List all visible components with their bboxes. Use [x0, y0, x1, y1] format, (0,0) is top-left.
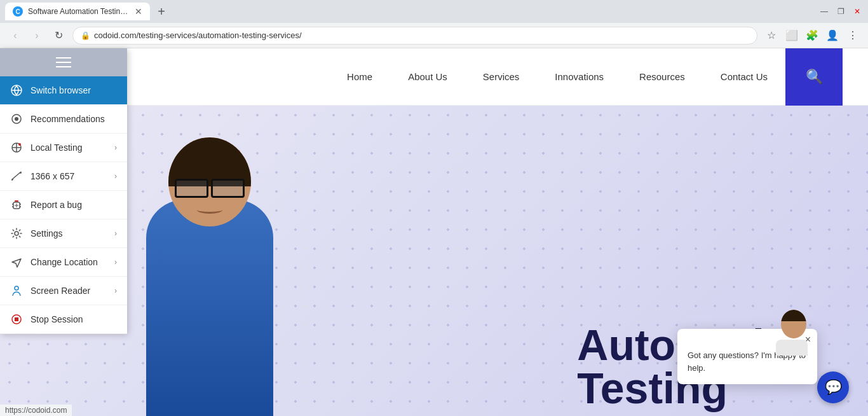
- local-testing-chevron: ›: [114, 143, 117, 152]
- nav-item-services[interactable]: Services: [465, 48, 538, 106]
- sidebar-item-resolution[interactable]: 1366 x 657 ›: [0, 162, 127, 191]
- settings-label: Settings: [31, 228, 107, 239]
- nav-item-resources[interactable]: Resources: [621, 48, 703, 106]
- report-bug-icon: [10, 198, 23, 211]
- screen-reader-icon: [10, 284, 23, 297]
- stop-session-icon: [10, 313, 23, 326]
- chat-popup: × Got any questions? I'm happy to help.: [677, 329, 817, 384]
- hero-person-illustration: [127, 106, 292, 416]
- switch-browser-icon: [10, 84, 23, 97]
- tab-favicon: C: [13, 6, 23, 17]
- sidebar-item-recommendations[interactable]: Recommendations: [0, 105, 127, 134]
- menu-icon[interactable]: ⋮: [845, 28, 860, 43]
- change-location-label: Change Location: [31, 257, 107, 267]
- nav-item-contact[interactable]: Contact Us: [703, 48, 785, 106]
- site-nav: Home About Us Services Innovations Resou…: [329, 48, 843, 106]
- back-button[interactable]: ‹: [8, 28, 23, 43]
- status-bar: https://codoid.com: [0, 405, 72, 416]
- minimize-button[interactable]: —: [818, 6, 830, 17]
- nav-item-about[interactable]: About Us: [390, 48, 465, 106]
- settings-chevron: ›: [114, 229, 117, 238]
- svg-point-6: [18, 143, 21, 146]
- address-bar: ‹ › ↻ 🔒 codoid.com/testing-services/auto…: [0, 23, 868, 48]
- search-icon: 🔍: [806, 69, 823, 85]
- url-input[interactable]: 🔒 codoid.com/testing-services/automation…: [72, 27, 757, 45]
- close-window-button[interactable]: ✕: [851, 6, 863, 17]
- sidebar-item-switch-browser[interactable]: Switch browser: [0, 76, 127, 105]
- chat-fab-icon: 💬: [825, 379, 842, 396]
- sidebar-item-local-testing[interactable]: Local Testing ›: [0, 134, 127, 162]
- forward-button[interactable]: ›: [29, 28, 44, 43]
- person-glasses: [175, 179, 245, 198]
- report-bug-label: Report a bug: [31, 200, 117, 210]
- bookmark-icon[interactable]: ☆: [764, 28, 779, 43]
- main-content: C odoid Home About Us Services Innovatio…: [0, 48, 868, 416]
- reload-button[interactable]: ↻: [51, 28, 66, 43]
- url-text: codoid.com/testing-services/automation-t…: [94, 31, 302, 40]
- person-smile: [197, 206, 222, 214]
- browser-title-bar: C Software Automation Testing | A... ✕ +…: [0, 0, 868, 23]
- person-shirt: [146, 200, 273, 416]
- browser-window-controls: — ❐ ✕: [818, 6, 863, 17]
- settings-icon: [10, 227, 23, 240]
- search-button[interactable]: 🔍: [785, 48, 843, 106]
- hamburger-line-2: [56, 62, 71, 63]
- sidebar-item-screen-reader[interactable]: Screen Reader ›: [0, 277, 127, 305]
- new-tab-button[interactable]: +: [153, 3, 170, 20]
- chat-fab-button[interactable]: 💬: [817, 371, 849, 403]
- svg-rect-18: [15, 317, 18, 321]
- svg-point-16: [15, 286, 18, 290]
- recommendations-label: Recommendations: [31, 114, 117, 124]
- person-head: [168, 137, 251, 226]
- browser-action-buttons: ☆ ⬜ 🧩 👤 ⋮: [764, 28, 860, 43]
- hamburger-icon[interactable]: [56, 57, 71, 67]
- switch-browser-label: Switch browser: [31, 85, 117, 95]
- svg-point-2: [15, 117, 18, 121]
- svg-line-7: [12, 172, 21, 179]
- local-testing-icon: [10, 141, 23, 154]
- profile-icon[interactable]: 👤: [825, 28, 840, 43]
- sidebar-header: [0, 48, 127, 76]
- maximize-button[interactable]: ❐: [835, 6, 846, 17]
- change-location-icon: [10, 256, 23, 268]
- status-text: https://codoid.com: [5, 406, 67, 415]
- sidebar-item-stop-session[interactable]: Stop Session: [0, 305, 127, 334]
- nav-item-innovations[interactable]: Innovations: [537, 48, 621, 106]
- extensions-icon[interactable]: 🧩: [804, 28, 820, 43]
- hamburger-line-1: [56, 57, 71, 59]
- sidebar-item-settings[interactable]: Settings ›: [0, 219, 127, 248]
- browser-tab[interactable]: C Software Automation Testing | A... ✕: [5, 3, 150, 20]
- resolution-label: 1366 x 657: [31, 171, 107, 181]
- resolution-chevron: ›: [114, 172, 117, 181]
- tab-close-button[interactable]: ✕: [135, 6, 142, 17]
- stop-session-label: Stop Session: [31, 314, 117, 324]
- lock-icon: 🔒: [81, 31, 90, 40]
- sidebar-item-report-bug[interactable]: Report a bug: [0, 191, 127, 219]
- hamburger-line-3: [56, 66, 71, 67]
- site-header: C odoid Home About Us Services Innovatio…: [0, 48, 868, 106]
- nav-item-home[interactable]: Home: [329, 48, 390, 106]
- screenshot-icon[interactable]: ⬜: [784, 28, 799, 43]
- svg-point-15: [15, 232, 18, 235]
- recommendations-icon: [10, 113, 23, 125]
- sidebar-panel: Switch browser Recommendations: [0, 48, 127, 334]
- change-location-chevron: ›: [114, 258, 117, 267]
- sidebar-item-change-location[interactable]: Change Location ›: [0, 248, 127, 277]
- resolution-icon: [10, 170, 23, 183]
- local-testing-label: Local Testing: [31, 142, 107, 153]
- chat-avatar: [776, 310, 811, 354]
- screen-reader-label: Screen Reader: [31, 286, 107, 296]
- tab-title: Software Automation Testing | A...: [28, 7, 130, 16]
- screen-reader-chevron: ›: [114, 286, 117, 295]
